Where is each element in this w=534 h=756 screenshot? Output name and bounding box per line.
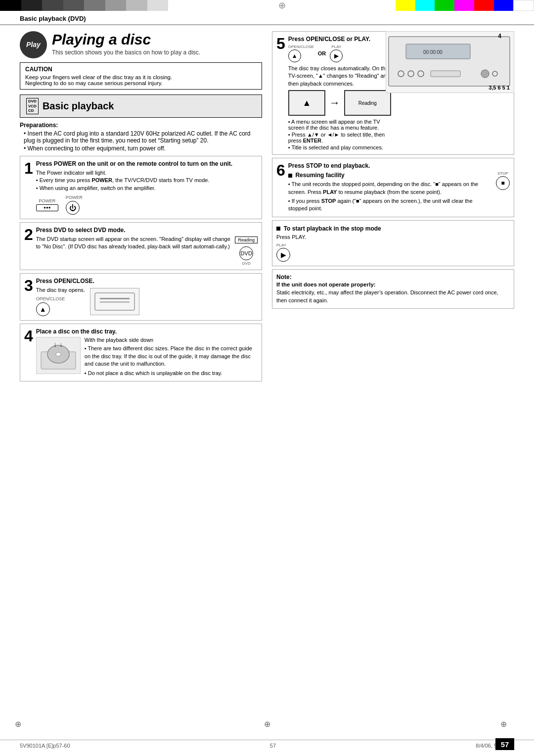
caution-box: CAUTION Keep your fingers well clear of … <box>20 62 262 90</box>
caution-line2: Neglecting to do so may cause serious pe… <box>25 80 257 86</box>
resuming-bullet2: • If you press STOP again ("■" appears o… <box>288 197 491 213</box>
stop-mode-square-icon <box>276 227 280 231</box>
stop-button: ■ <box>496 176 510 190</box>
device-nums-bottom: 3,5 6 5 1 <box>489 85 510 91</box>
step-1-box: 1 Press POWER on the unit or on the remo… <box>20 156 262 219</box>
crosshair-bottom-right: ⊕ <box>500 719 507 729</box>
step-4-box: 4 Place a disc on the disc tray. <box>20 324 262 381</box>
power-button-circle: ⏻ <box>66 201 80 215</box>
stop-mode-box: To start playback in the stop mode Press… <box>272 220 514 266</box>
stop-mode-title: To start playback in the stop mode <box>284 225 381 232</box>
header-title: Basic playback (DVD) <box>20 15 86 22</box>
step-3-box: 3 Press OPEN/CLOSE. The disc tray opens.… <box>20 273 262 321</box>
play-btn-1: ▶ <box>330 49 343 62</box>
device-image: 00:00:00 4 3,5 6 5 1 <box>386 31 514 93</box>
step-5-bullet3: • Title is selected and play commences. <box>288 144 391 150</box>
step-4-subtitle: With the playback side down <box>85 337 258 343</box>
crosshair-bottom-center: ⊕ <box>264 719 270 729</box>
stop-label: STOP <box>496 171 510 176</box>
stop-mode-body: Press PLAY. <box>276 234 510 241</box>
crosshair-bottom-left: ⊕ <box>15 719 21 729</box>
step-4-title: Place a disc on the disc tray. <box>36 328 258 335</box>
dvd-button-circle: DVD <box>239 246 253 260</box>
step-3-number: 3 <box>24 278 33 293</box>
svg-text:↓: ↓ <box>53 340 57 348</box>
resuming-bullet1: • The unit records the stopped point, de… <box>288 181 491 196</box>
top-color-bar: ⊕ <box>0 0 534 11</box>
prep-item-2: When connecting to other equipment, turn… <box>24 145 262 152</box>
caution-title: CAUTION <box>25 66 257 73</box>
tv-screen-1: ▲ <box>288 90 325 116</box>
step-6-title: Press STOP to end playback. <box>288 162 510 169</box>
footer-left: 5V90101A [E]p57-60 <box>20 743 70 749</box>
step-3-body: The disc tray opens. <box>36 286 85 294</box>
step-2-body: The DVD startup screen will appear on th… <box>36 236 231 251</box>
note-box: Note: If the unit does not operate prope… <box>272 269 514 309</box>
svg-point-5 <box>56 352 61 356</box>
page-footer: 5V90101A [E]p57-60 57 8/4/06, 5:47 PM <box>0 740 534 749</box>
play-btn-2: ▶ <box>276 248 290 262</box>
title-icon: Play <box>20 31 47 58</box>
square-bullet-icon <box>288 174 292 178</box>
step-5-body: The disc tray closes automatically. On t… <box>288 65 391 88</box>
step-4-bullet1: • There are two different disc sizes. Pl… <box>85 345 258 368</box>
note-body: Static electricity, etc., may affect the… <box>276 289 510 304</box>
open-close-button: ▲ <box>36 302 50 316</box>
open-close-label: OPEN/CLOSE <box>36 296 85 301</box>
step-1-number: 1 <box>24 160 33 176</box>
note-title: Note: <box>276 274 510 281</box>
step-2-box: 2 Press DVD to select DVD mode. The DVD … <box>20 222 262 270</box>
open-close-btn-2: ▲ <box>288 49 301 62</box>
step-5-title: Press OPEN/CLOSE or PLAY. <box>288 36 391 43</box>
play-label-1: PLAY <box>330 45 343 49</box>
disc-tray-img <box>90 288 139 315</box>
disc-illustration: ↓ ↓ <box>36 337 81 374</box>
preparations-section: Preparations: Insert the AC cord plug in… <box>20 122 262 152</box>
device-num-4: 4 <box>498 33 501 40</box>
page-title: Playing a disc <box>52 31 200 47</box>
left-column: Play Playing a disc This section shows y… <box>20 31 262 384</box>
play-label-2: PLAY <box>276 243 510 247</box>
or-text: OR <box>318 50 326 56</box>
step-3-title: Press OPEN/CLOSE. <box>36 278 258 284</box>
section-header: DVD VCD CD Basic playback <box>20 94 262 118</box>
step-4-number: 4 <box>24 328 33 344</box>
caution-line1: Keep your fingers well clear of the disc… <box>25 74 257 80</box>
svg-point-15 <box>481 70 489 78</box>
power-label-2: POWER <box>66 195 83 200</box>
page-description: This section shows you the basics on how… <box>52 49 200 56</box>
prep-item-1: Insert the AC cord plug into a standard … <box>24 130 262 144</box>
page-header: Basic playback (DVD) <box>0 11 534 25</box>
step-2-number: 2 <box>24 227 33 242</box>
format-badge: DVD VCD CD <box>26 98 39 114</box>
preparations-title: Preparations: <box>20 122 262 129</box>
page-number: 57 <box>495 738 514 750</box>
tv-screen-2: Reading <box>344 90 391 116</box>
step-6-box: 6 Press STOP to end playback. Resuming f… <box>272 158 514 217</box>
step-2-title: Press DVD to select DVD mode. <box>36 227 258 234</box>
reading-badge: Reading <box>235 236 258 243</box>
power-label-1: POWER <box>36 198 58 203</box>
svg-rect-14 <box>431 71 460 77</box>
footer-center: 57 <box>270 743 276 749</box>
step-5-bullet2: • Press ▲/▼ or ◄/► to select title, then… <box>288 132 391 143</box>
step-4-bullet2: • Do not place a disc which is unplayabl… <box>85 370 258 377</box>
open-close-label-2: OPEN/CLOSE <box>288 45 314 49</box>
crosshair-center-icon: ⊕ <box>278 0 286 11</box>
step-1-title: Press POWER on the unit or on the remote… <box>36 160 258 167</box>
note-subtitle: If the unit does not operate properly: <box>276 282 510 287</box>
arrow-icon: → <box>329 96 340 109</box>
right-column: 00:00:00 4 3,5 6 5 1 5 Press OPEN/CLOSE … <box>272 31 514 384</box>
svg-rect-1 <box>100 298 130 299</box>
section-title: Basic playback <box>43 100 114 112</box>
svg-rect-2 <box>100 301 130 303</box>
step-5-number: 5 <box>276 36 285 51</box>
resuming-title: Resuming facility <box>295 172 344 179</box>
svg-text:00:00:00: 00:00:00 <box>423 49 443 55</box>
step-5-bullet1: • A menu screen will appear on the TV sc… <box>288 119 391 131</box>
step-6-number: 6 <box>276 162 285 178</box>
power-button-rect: ●●● <box>36 204 58 211</box>
svg-text:↓: ↓ <box>59 340 63 348</box>
step-1-body: The Power indicator will light. • Every … <box>36 169 258 192</box>
